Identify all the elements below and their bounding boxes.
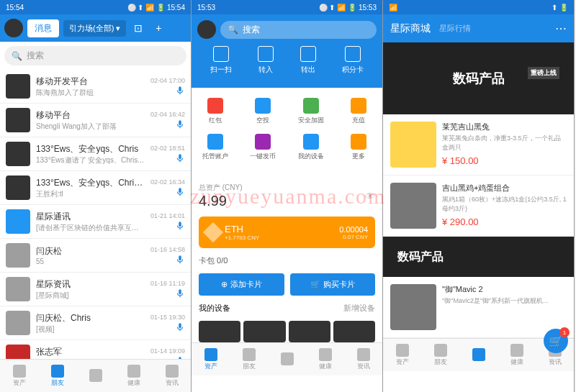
product-item[interactable]: "御"Mavic 2 "御"Mavic2是"御"系列新一代旗舰机... (383, 277, 574, 338)
chat-item[interactable]: 移动开发平台 陈海燕加入了群组 02-04 17:00 (0, 70, 191, 104)
chat-item[interactable]: 闫庆松、Chris [视频] 01-15 19:30 (0, 306, 191, 340)
feature-item[interactable]: 更多 (335, 129, 382, 165)
eth-icon (203, 222, 223, 242)
cart-button[interactable]: 🛒 1 (544, 329, 568, 353)
chat-item[interactable]: 133°Ews、安全yqs、Chris 133°Ews邀请了 安全yqs、Chr… (0, 137, 191, 171)
feature-grid: 红包 空投 安全加固 充值 托管账户 一键发币 我的设备 更多 (192, 88, 382, 171)
nav-item[interactable]: 健康 (114, 360, 153, 392)
search-bar[interactable]: 🔍 搜索 (220, 21, 377, 39)
store-subtitle[interactable]: 星际行情 (439, 23, 471, 34)
nav-item[interactable]: 朋友 (230, 343, 268, 375)
user-avatar[interactable] (4, 19, 23, 37)
device-section: 我的设备 新增设备 (192, 296, 382, 321)
voice-icon (175, 187, 185, 197)
device-thumb[interactable] (199, 321, 240, 342)
feature-icon (351, 98, 366, 114)
nav-item[interactable]: 健康 (498, 339, 536, 371)
feature-item[interactable]: 红包 (192, 94, 239, 129)
nav-label: 朋友 (243, 362, 256, 371)
feature-icon (255, 134, 271, 150)
status-icons: ⬆ 🔋 (552, 4, 568, 12)
filter-dropdown[interactable]: 引力场(全部) ▾ (63, 20, 126, 37)
chat-time: 02-02 18:51 (150, 145, 185, 152)
add-card-button[interactable]: ⊕ 添加卡片 (199, 273, 284, 296)
nav-icon (319, 348, 332, 361)
chat-title: 星际通讯 (36, 211, 145, 223)
more-icon[interactable]: ⋯ (555, 22, 567, 35)
asset-value: 4.99 (199, 193, 243, 209)
tab-switcher[interactable]: 消息 (27, 19, 59, 37)
nav-item[interactable]: 资产 (383, 339, 421, 371)
buy-card-button[interactable]: 🛒 购买卡片 (290, 273, 376, 296)
banner-digital[interactable]: 数码产品 重磅上线 (383, 42, 574, 114)
feature-item[interactable]: 空投 (239, 94, 287, 129)
nav-item[interactable]: 资讯 (344, 343, 382, 375)
feature-item[interactable]: 我的设备 (287, 129, 335, 165)
status-icons: ⚪ ⬆ 📶 🔋 15:53 (319, 4, 377, 12)
product-desc: 莱芜黑兔白条肉，净重3-3.5斤，一个礼品盒两只 (442, 134, 567, 152)
search-bar[interactable]: 🔍 搜索 (4, 46, 186, 65)
visibility-toggle-icon[interactable]: 👁 (365, 191, 375, 202)
feature-label: 我的设备 (298, 152, 324, 161)
nav-item[interactable]: 资产 (0, 360, 38, 392)
nav-icon (51, 365, 64, 378)
chat-item[interactable]: 星际通讯 [请创基于区块链的价值共享互联... 01-21 14:01 (0, 205, 191, 239)
nav-icon (357, 348, 370, 361)
tab-messages[interactable]: 消息 (27, 19, 59, 37)
device-thumb[interactable] (333, 321, 375, 342)
feature-item[interactable]: 安全加固 (287, 94, 335, 129)
user-avatar[interactable] (197, 20, 216, 39)
feature-icon (207, 134, 223, 150)
nav-label: 资产 (396, 357, 409, 367)
search-icon: 🔍 (12, 51, 22, 61)
nav-item[interactable]: 健康 (306, 343, 344, 375)
quick-action[interactable]: 转出 (300, 46, 316, 75)
product-item[interactable]: 吉山黑鸡+鸡蛋组合 黑鸡1箱（60枚）+速冻鸡1盒(1公约3.5斤, 1母约3斤… (383, 176, 574, 237)
chat-time: 01-14 19:09 (150, 347, 185, 355)
nav-item[interactable] (76, 360, 114, 392)
product-item[interactable]: 莱芜吉山黑兔 莱芜黑兔白条肉，净重3-3.5斤，一个礼品盒两只 ¥ 150.00 (383, 114, 574, 176)
feature-item[interactable]: 一键发币 (239, 129, 287, 165)
chat-item[interactable]: 张志军 [微笑] 01-14 19:09 (0, 340, 191, 359)
voice-icon (175, 221, 185, 231)
product-name: 莱芜吉山黑兔 (442, 122, 567, 132)
chat-item[interactable]: 133°Ews、安全yqs、Chris、... 王胜利:tl 02-02 16:… (0, 171, 191, 205)
feature-item[interactable]: 托管账户 (192, 129, 239, 165)
quick-action[interactable]: 积分卡 (342, 46, 364, 75)
store-title[interactable]: 星际商城 (390, 22, 431, 35)
feature-label: 更多 (352, 152, 365, 161)
eth-card[interactable]: ETH +1.7783 CNY 0.00004 0.07 CNY (199, 216, 375, 248)
device-thumb[interactable] (243, 321, 285, 342)
nav-label: 朋友 (434, 357, 447, 367)
nav-item[interactable] (459, 339, 498, 371)
add-device-link[interactable]: 新增设备 (343, 303, 375, 314)
nav-item[interactable]: 资讯 (153, 360, 191, 392)
quick-action[interactable]: 转入 (258, 46, 274, 75)
chat-item[interactable]: 闫庆松 55 01-16 14:58 (0, 239, 191, 273)
banner-digital-2[interactable]: 数码产品 (383, 237, 574, 277)
scan-icon[interactable]: ⊡ (130, 20, 146, 36)
nav-item[interactable]: 资产 (192, 343, 230, 375)
feature-item[interactable]: 充值 (335, 94, 382, 129)
nav-item[interactable] (268, 343, 306, 375)
status-icons: ⚪ ⬆ 📶 🔋 15:54 (127, 4, 185, 12)
chat-item[interactable]: 移动平台 Shengli Wang加入了部落 02-04 16:42 (0, 104, 191, 137)
nav-icon (510, 344, 523, 357)
status-bar: 📶 ⬆ 🔋 (383, 0, 574, 14)
chat-avatar (6, 176, 30, 200)
add-icon[interactable]: + (150, 20, 166, 36)
quick-label: 转出 (301, 65, 315, 75)
nav-label: 健康 (510, 357, 523, 367)
quick-action[interactable]: 扫一扫 (210, 46, 232, 75)
voice-icon (175, 86, 185, 96)
wallet-header: 🔍 搜索 扫一扫 转入 转出 积分卡 (192, 14, 382, 88)
chat-time: 01-16 11:19 (150, 280, 185, 287)
quick-icon (213, 46, 229, 62)
chat-title: 移动开发平台 (36, 76, 145, 88)
nav-item[interactable]: 朋友 (421, 339, 459, 371)
device-thumb[interactable] (289, 321, 330, 342)
chat-subtitle: 陈海燕加入了群组 (36, 88, 145, 98)
nav-item[interactable]: 朋友 (38, 360, 76, 392)
chat-item[interactable]: 星际资讯 [星际商城] 01-16 11:19 (0, 273, 191, 306)
nav-icon (243, 348, 256, 361)
